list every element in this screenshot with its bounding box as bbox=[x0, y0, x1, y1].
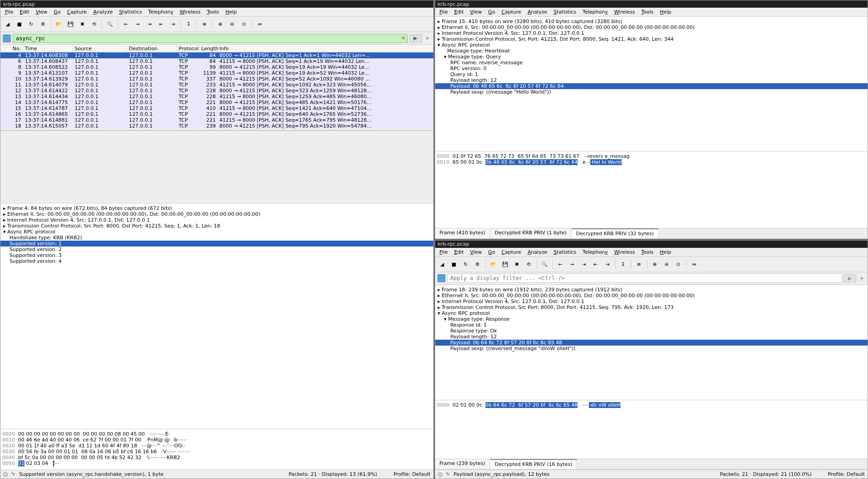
zoom-out-icon[interactable]: ⊖ bbox=[227, 19, 237, 30]
close-file-icon[interactable]: ✖ bbox=[77, 19, 88, 30]
find-icon[interactable]: 🔍 bbox=[104, 19, 115, 30]
table-row[interactable]: 1813:37:14.615057127.0.0.1127.0.0.1TCP23… bbox=[0, 123, 433, 129]
shark-fin-icon[interactable]: ◢ bbox=[2, 19, 13, 30]
menu-file[interactable]: File bbox=[437, 9, 451, 15]
menu-edit[interactable]: Edit bbox=[451, 249, 466, 256]
tree-node[interactable]: ▸ Internet Protocol Version 4, Src: 127.… bbox=[0, 217, 433, 223]
zoom-reset-icon[interactable]: ⊙ bbox=[673, 259, 684, 270]
tree-node[interactable]: ▾ Async RPC protocol bbox=[0, 229, 433, 235]
tree-node[interactable]: Response type: Ok bbox=[435, 328, 868, 334]
table-row[interactable]: 1313:37:14.614434127.0.0.1127.0.0.1TCP22… bbox=[0, 94, 433, 100]
menu-view[interactable]: View bbox=[33, 9, 50, 15]
display-filter-input[interactable] bbox=[447, 274, 842, 283]
expert-indicator-icon[interactable] bbox=[3, 472, 8, 477]
tree-node[interactable]: Supported version: 1 bbox=[0, 241, 433, 247]
tree-node[interactable]: ▸ Transmission Control Protocol, Src Por… bbox=[435, 304, 868, 310]
menu-help[interactable]: Help bbox=[657, 9, 674, 15]
packet-bytes-hex[interactable]: 0000 01 0f 72 65 76 65 72 73 65 5f 6d 65… bbox=[435, 151, 868, 228]
hex-row[interactable]: 0000 01 0f 72 65 76 65 72 73 65 5f 6d 65… bbox=[437, 153, 866, 159]
packet-list[interactable]: No.TimeSourceDestinationProtocolLengthIn… bbox=[0, 45, 433, 131]
table-row[interactable]: 1013:37:14.613929127.0.0.1127.0.0.1TCP33… bbox=[0, 76, 433, 82]
tree-node[interactable]: ▸ Transmission Control Protocol, Src Por… bbox=[435, 36, 868, 42]
menu-wireless[interactable]: Wireless bbox=[177, 9, 203, 15]
zoom-in-icon[interactable]: ⊕ bbox=[650, 259, 660, 270]
hex-row[interactable]: 0000 00 00 00 00 00 00 00 00 00 00 00 00… bbox=[2, 431, 432, 437]
next-icon[interactable]: → bbox=[567, 259, 578, 270]
stop-icon[interactable]: ■ bbox=[449, 259, 460, 270]
restart-icon[interactable]: ↻ bbox=[460, 259, 471, 270]
menu-statistics[interactable]: Statistics bbox=[551, 9, 579, 15]
menu-telephony[interactable]: Telephony bbox=[580, 249, 611, 256]
hex-row[interactable]: 0020 00 01 1f 40 a0 ff a3 5e d1 11 1d 60… bbox=[2, 443, 432, 449]
reload-icon[interactable]: ⟲ bbox=[523, 259, 534, 270]
find-icon[interactable]: 🔍 bbox=[539, 259, 550, 270]
byte-view-tab[interactable]: Frame (239 bytes) bbox=[435, 459, 490, 469]
table-row[interactable]: 1713:37:14.614881127.0.0.1127.0.0.1TCP22… bbox=[0, 117, 433, 123]
menu-tools[interactable]: Tools bbox=[204, 9, 222, 15]
zoom-in-icon[interactable]: ⊕ bbox=[215, 19, 226, 30]
menu-go[interactable]: Go bbox=[485, 9, 498, 15]
menu-help[interactable]: Help bbox=[657, 249, 674, 256]
profile[interactable]: Profile: Default bbox=[394, 471, 431, 477]
table-row[interactable]: 813:37:14.608522127.0.0.1127.0.0.1TCP998… bbox=[0, 64, 433, 70]
tree-node[interactable]: Payload length: 12 bbox=[435, 77, 868, 83]
menu-capture[interactable]: Capture bbox=[499, 249, 524, 256]
save-icon[interactable]: 💾 bbox=[65, 19, 76, 30]
jump-icon[interactable]: ⇥ bbox=[144, 19, 155, 30]
tree-node[interactable]: Supported version: 3 bbox=[0, 252, 433, 258]
tree-node[interactable]: ▾ Async RPC protocol bbox=[435, 42, 868, 48]
display-filter-input[interactable] bbox=[13, 34, 408, 43]
hex-row[interactable]: 0010 00 46 6e 4d 40 00 40 06 ce 62 7f 00… bbox=[2, 437, 432, 443]
hex-row[interactable]: 0030 00 56 fe 3a 00 00 01 01 08 0a 16 06… bbox=[2, 449, 432, 455]
packet-details-tree[interactable]: ▸ Frame 4: 84 bytes on wire (672 bits), … bbox=[0, 203, 433, 429]
hex-row[interactable]: 0010 65 00 01 0c 0b 48 65 6c 6c 6f 20 57… bbox=[437, 159, 866, 165]
tree-node[interactable]: Payload sexp: ((reversed_message "dlroW … bbox=[435, 346, 868, 351]
menu-capture[interactable]: Capture bbox=[64, 9, 90, 15]
last-icon[interactable]: ⇥ bbox=[602, 259, 613, 270]
menu-view[interactable]: View bbox=[467, 249, 484, 256]
table-row[interactable]: 913:37:14.613107127.0.0.1127.0.0.1TCP113… bbox=[0, 70, 433, 76]
profile[interactable]: Profile: Default bbox=[828, 471, 865, 477]
tree-node[interactable]: ▸ Ethernet II, Src: 00:00:00_00:00:00 (0… bbox=[435, 24, 868, 30]
expert-indicator-icon[interactable] bbox=[438, 472, 442, 477]
tree-node[interactable]: Payload sexp: ((message "Hello World")) bbox=[435, 89, 868, 95]
menu-view[interactable]: View bbox=[467, 9, 484, 15]
restart-icon[interactable]: ↻ bbox=[26, 19, 37, 30]
zoom-out-icon[interactable]: ⊖ bbox=[661, 259, 672, 270]
menu-telephony[interactable]: Telephony bbox=[580, 9, 611, 15]
tree-node[interactable]: ▸ Transmission Control Protocol, Src Por… bbox=[0, 223, 433, 229]
table-row[interactable]: 613:37:14.608437127.0.0.1127.0.0.1TCP844… bbox=[0, 58, 433, 64]
filter-bookmark-icon[interactable] bbox=[437, 274, 446, 282]
first-icon[interactable]: ⇤ bbox=[156, 19, 166, 30]
zoom-reset-icon[interactable]: ⊙ bbox=[238, 19, 249, 30]
menu-go[interactable]: Go bbox=[51, 9, 63, 15]
menu-tools[interactable]: Tools bbox=[639, 249, 656, 256]
tree-node[interactable]: ▸ Ethernet II, Src: 00:00:00_00:00:00 (0… bbox=[435, 293, 868, 299]
prev-icon[interactable]: ← bbox=[120, 19, 131, 30]
auto-scroll-icon[interactable]: ↧ bbox=[183, 19, 194, 30]
menu-analyze[interactable]: Analyze bbox=[525, 9, 550, 15]
tree-node[interactable]: Supported version: 4 bbox=[0, 258, 433, 264]
table-row[interactable]: 1413:37:14.614775127.0.0.1127.0.0.1TCP22… bbox=[0, 100, 433, 105]
prev-icon[interactable]: ← bbox=[555, 259, 566, 270]
menu-analyze[interactable]: Analyze bbox=[525, 249, 550, 256]
auto-scroll-icon[interactable]: ↧ bbox=[618, 259, 629, 270]
tree-node[interactable]: ▸ Internet Protocol Version 4, Src: 127.… bbox=[435, 30, 868, 36]
byte-view-tab[interactable]: Frame (410 bytes) bbox=[435, 228, 490, 238]
packet-details-tree[interactable]: ▸ Frame 18: 239 bytes on wire (1912 bits… bbox=[435, 285, 868, 400]
tree-node[interactable]: ▸ Frame 18: 239 bytes on wire (1912 bits… bbox=[435, 287, 868, 293]
byte-view-tab[interactable]: Decrypted KRB PRIV (32 bytes) bbox=[572, 228, 659, 238]
menu-analyze[interactable]: Analyze bbox=[90, 9, 115, 15]
tree-node[interactable]: Query id: 1 bbox=[435, 71, 868, 77]
filter-bookmark-icon[interactable] bbox=[3, 34, 11, 43]
menu-statistics[interactable]: Statistics bbox=[116, 9, 144, 15]
tree-node[interactable]: ▸ Ethernet II, Src: 00:00:00_00:00:00 (0… bbox=[0, 211, 433, 217]
tree-node[interactable]: Supported version: 2 bbox=[0, 247, 433, 252]
tree-node[interactable]: RPC name: reverse_message bbox=[435, 60, 868, 66]
save-icon[interactable]: 💾 bbox=[500, 259, 511, 270]
tree-node[interactable]: Payload length: 12 bbox=[435, 334, 868, 340]
menu-file[interactable]: File bbox=[2, 9, 16, 15]
table-row[interactable]: 413:37:14.608308127.0.0.1127.0.0.1TCP848… bbox=[0, 52, 433, 58]
menu-capture[interactable]: Capture bbox=[499, 9, 524, 15]
byte-view-tab[interactable]: Decrypted KRB PRIV (1 byte) bbox=[490, 228, 572, 238]
